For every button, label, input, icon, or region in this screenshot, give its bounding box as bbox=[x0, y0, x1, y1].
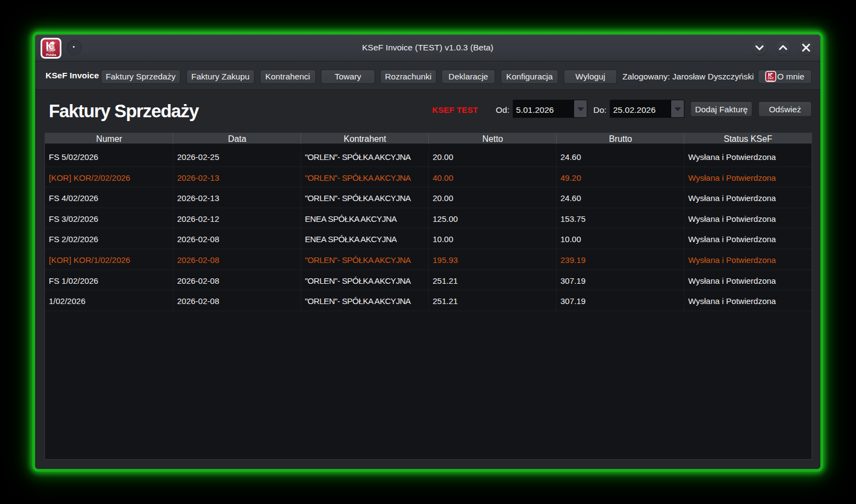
svg-text:Polska: Polska bbox=[46, 53, 56, 56]
svg-text:Polska: Polska bbox=[768, 80, 774, 82]
svg-text:KSeF: KSeF bbox=[768, 77, 774, 79]
svg-text:KSeF: KSeF bbox=[47, 48, 56, 52]
